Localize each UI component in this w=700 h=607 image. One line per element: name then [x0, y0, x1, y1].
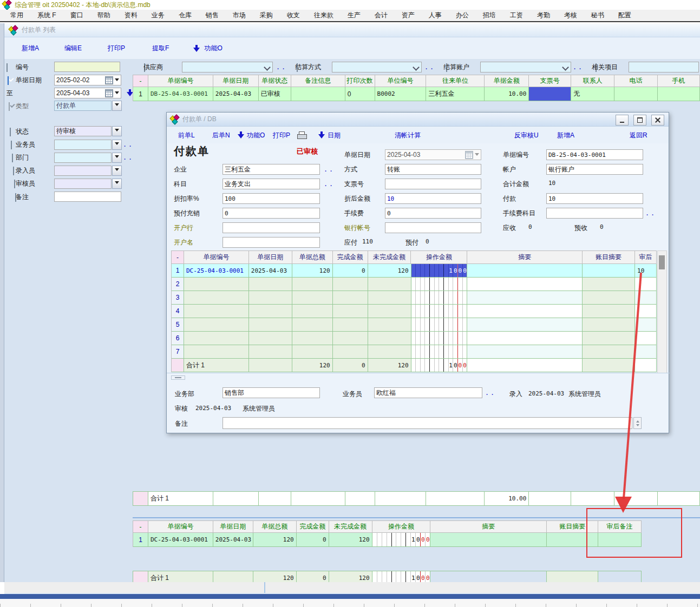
cell[interactable]: [249, 291, 292, 305]
cell[interactable]: [249, 332, 292, 345]
cell[interactable]: [333, 345, 368, 359]
menu-item[interactable]: 资料: [117, 11, 145, 20]
cell[interactable]: [333, 278, 368, 291]
status-dropdown-button[interactable]: [112, 126, 122, 136]
func-button[interactable]: 功能O: [204, 44, 222, 53]
dept-input[interactable]: 销售部: [223, 387, 320, 398]
subject-input[interactable]: 业务支出: [223, 179, 320, 189]
minimize-button[interactable]: [616, 115, 629, 126]
phone-cell[interactable]: [614, 87, 658, 101]
table-row[interactable]: 5: [172, 318, 657, 332]
cell[interactable]: [583, 305, 635, 318]
edit-button[interactable]: 编辑E: [64, 44, 82, 53]
menu-item[interactable]: 办公: [449, 11, 476, 20]
summary-cell[interactable]: [467, 332, 583, 345]
header-cell[interactable]: -: [133, 521, 148, 533]
remark-info-cell[interactable]: [291, 87, 345, 101]
header-cell[interactable]: 摘要: [467, 251, 583, 264]
undone-amt-cell[interactable]: 120: [368, 264, 411, 278]
menu-item[interactable]: 秘书: [584, 11, 611, 20]
bank-no-input[interactable]: [385, 222, 481, 233]
row-number-cell[interactable]: 2: [172, 278, 184, 291]
header-cell[interactable]: 完成金额: [333, 251, 368, 264]
header-cell[interactable]: 单位编号: [375, 75, 427, 87]
cell[interactable]: [583, 278, 635, 291]
header-cell[interactable]: 单据金额: [485, 75, 529, 87]
menu-item[interactable]: 采购: [253, 11, 280, 20]
header-cell[interactable]: 电话: [614, 75, 658, 87]
partner-cell[interactable]: 三利五金: [426, 87, 485, 101]
header-cell[interactable]: 单据总额: [253, 521, 297, 533]
table-row-selected[interactable]: 1 DC-25-04-03-0001 2025-04-03 120 0 120 …: [172, 264, 657, 278]
prepay-offset-input[interactable]: 0: [223, 208, 320, 219]
cell[interactable]: [583, 332, 635, 345]
department-browse-dots[interactable]: . .: [124, 154, 132, 161]
entry-clerk-combo[interactable]: [54, 166, 112, 176]
menu-item[interactable]: 帮助: [90, 11, 117, 20]
print-count-cell[interactable]: 0: [345, 87, 375, 101]
post-audit-cell[interactable]: 10: [635, 264, 657, 278]
settle-method-combo[interactable]: [332, 62, 422, 72]
doc-no-cell[interactable]: DB-25-04-03-0001: [148, 87, 213, 101]
menu-item[interactable]: 系统 F: [30, 11, 63, 20]
remark-input[interactable]: [54, 192, 121, 202]
header-cell[interactable]: 备注信息: [291, 75, 345, 87]
spin-down-icon[interactable]: [636, 424, 639, 428]
supplier-browse-dots[interactable]: . .: [277, 64, 285, 70]
discount-input[interactable]: 100: [223, 193, 320, 204]
unit-code-cell[interactable]: B0002: [375, 87, 427, 101]
table-row[interactable]: 3: [172, 291, 657, 305]
cheque-no-cell-selected[interactable]: [529, 87, 571, 101]
cell[interactable]: [368, 318, 411, 332]
header-cell[interactable]: -: [172, 251, 184, 264]
table-row[interactable]: 6: [172, 332, 657, 345]
header-cell[interactable]: 未完成金额: [368, 251, 411, 264]
menu-item[interactable]: 生产: [341, 11, 368, 20]
scrollbar-thumb[interactable]: [659, 255, 665, 269]
cell[interactable]: [333, 318, 368, 332]
pay-input[interactable]: 10: [546, 193, 643, 204]
back-button[interactable]: 返回R: [630, 131, 647, 140]
menu-item[interactable]: 业务: [145, 11, 172, 20]
discounted-input[interactable]: 10: [385, 193, 481, 204]
calendar-icon[interactable]: [105, 76, 113, 84]
account-summary-cell[interactable]: [583, 264, 635, 278]
clear-calc-button[interactable]: 清帐计算: [395, 131, 421, 140]
header-cell[interactable]: 单据日期: [213, 521, 253, 533]
summary-cell[interactable]: [467, 345, 583, 359]
cell[interactable]: [333, 291, 368, 305]
department-checkbox[interactable]: [12, 154, 13, 162]
header-cell[interactable]: 单据日期: [213, 75, 259, 87]
salesman-combo[interactable]: [54, 140, 112, 150]
new-button[interactable]: 新增A: [557, 131, 574, 140]
table-row[interactable]: 1 DC-25-04-03-0001 2025-04-03 120 0 120 …: [133, 533, 642, 547]
account-name-input[interactable]: [223, 237, 320, 248]
department-dropdown-button[interactable]: [112, 153, 122, 163]
header-cell[interactable]: 打印次数: [345, 75, 375, 87]
cell[interactable]: [333, 332, 368, 345]
header-cell[interactable]: 审后: [635, 251, 657, 264]
header-cell[interactable]: 手机: [658, 75, 700, 87]
entry-clerk-checkbox[interactable]: [13, 167, 14, 175]
operate-amount-ledger-cell[interactable]: 10 00: [372, 533, 431, 547]
calendar-icon[interactable]: [105, 89, 113, 97]
cell[interactable]: [184, 332, 249, 345]
header-cell[interactable]: 账目摘要: [583, 251, 635, 264]
undone-amt-cell[interactable]: 120: [329, 533, 372, 547]
date-to-input[interactable]: 2025-04-03: [54, 88, 121, 98]
dropdown-arrow-icon[interactable]: [115, 78, 119, 83]
cell[interactable]: [635, 291, 657, 305]
ledger-cell[interactable]: [411, 318, 468, 332]
menu-item[interactable]: 销售: [199, 11, 226, 20]
print-button[interactable]: 打印P: [108, 44, 125, 53]
method-input[interactable]: 转账: [385, 164, 481, 175]
doc-no-cell[interactable]: DC-25-04-03-0001: [148, 533, 213, 547]
subject-browse-dots[interactable]: . .: [325, 181, 333, 187]
cell[interactable]: [583, 345, 635, 359]
fee-input[interactable]: 0: [385, 208, 481, 219]
supplier-combo[interactable]: [182, 62, 273, 72]
header-cell[interactable]: 摘要: [430, 521, 547, 533]
total-amt-cell[interactable]: 120: [292, 264, 333, 278]
summary-cell[interactable]: [467, 264, 583, 278]
ledger-cell[interactable]: [411, 291, 468, 305]
